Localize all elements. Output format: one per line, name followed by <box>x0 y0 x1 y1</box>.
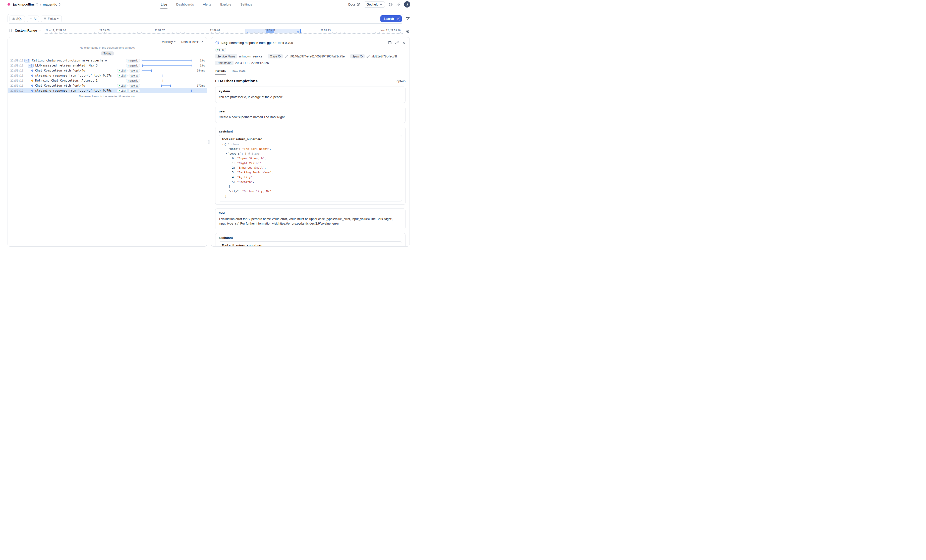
llm-dot-icon <box>119 90 120 91</box>
span-duration-bar <box>142 70 152 71</box>
logfire-logo-icon[interactable] <box>7 3 11 6</box>
log-tag-chip: magentic <box>126 59 140 62</box>
detail-title-prefix: Log: <box>221 41 228 45</box>
external-link-icon <box>357 3 360 6</box>
theme-toggle-button[interactable] <box>389 3 393 6</box>
project-selector[interactable]: magentic <box>43 3 61 6</box>
tab-explore[interactable]: Explore <box>220 0 232 9</box>
timeline-minor-tick <box>297 32 298 33</box>
trace-id-link[interactable] <box>284 55 288 58</box>
ai-label: AI <box>34 17 36 21</box>
org-selector[interactable]: jackmpcollins <box>13 3 38 6</box>
log-row[interactable]: 22:59:12streaming response from 'gpt-4o'… <box>8 88 207 93</box>
tab-settings[interactable]: Settings <box>240 0 252 9</box>
log-detail-panel: Log: streaming response from 'gpt-4o' to… <box>211 37 410 247</box>
timeline-major-tick <box>46 32 46 33</box>
close-detail-button[interactable] <box>402 41 406 44</box>
timeline-minor-tick <box>133 32 134 33</box>
log-message: Chat Completion with 'gpt-4o' <box>35 84 87 87</box>
log-tag-chip: openai <box>129 74 140 77</box>
message-text: 1 validation error for Superhero name Va… <box>219 217 402 226</box>
sql-mode-button[interactable]: SQL <box>9 15 25 22</box>
json-tree: ▾{3 items"name": "The Bark Night",▾"powe… <box>222 142 399 199</box>
app-root: jackmpcollins / magentic Live Dashboards… <box>0 0 413 247</box>
span-child-count: 5 <box>31 64 32 67</box>
section-title: LLM Chat Completions <box>215 79 257 83</box>
json-line: 3: "Barking Sonic Wave", <box>225 171 399 175</box>
default-levels-dropdown[interactable]: Default levels <box>181 40 203 44</box>
share-link-button[interactable] <box>396 3 400 6</box>
tab-details[interactable]: Details <box>215 68 226 75</box>
visibility-dropdown[interactable]: Visibility <box>162 40 176 44</box>
log-row[interactable]: 22:59:10⊟5LLM-assisted retries enabled. … <box>8 63 207 68</box>
log-row[interactable]: 22:59:10⊟6Calling chatprompt-function ma… <box>8 58 207 63</box>
span-instant-tick <box>191 89 192 92</box>
span-id-value[interactable]: #fd81e8f78c4ecc9f <box>371 55 397 58</box>
sun-icon <box>389 3 393 6</box>
timeline-strip[interactable]: Nov 12, 22:59:0322:59:0522:59:0722:59:09… <box>44 27 403 37</box>
span-collapse-badge[interactable]: ⊟5 <box>27 64 34 68</box>
nav-tabs: Live Dashboards Alerts Explore Settings <box>160 0 252 9</box>
timeline-minor-tick <box>184 32 185 33</box>
chip-label: LLM <box>121 69 126 72</box>
panel-resize-handle[interactable] <box>208 140 210 144</box>
span-collapse-badge[interactable]: ⊟6 <box>24 59 30 62</box>
message-card: userCreate a new superhero named The Bar… <box>215 107 406 123</box>
docs-link[interactable]: Docs <box>348 3 360 6</box>
tab-dashboards[interactable]: Dashboards <box>176 0 194 9</box>
trace-id-value[interactable]: #9146a6974e4e6140538043607a71c75e <box>289 55 345 58</box>
log-tag-chip: openai <box>129 89 140 92</box>
timeline-minor-tick <box>145 32 145 33</box>
open-in-table-button[interactable] <box>388 41 392 45</box>
span-child-count: 6 <box>27 59 29 62</box>
json-line: "city": "Gotham City, NY", <box>225 189 399 194</box>
timeline-tick-label: 22:59:13 <box>321 29 331 32</box>
json-collapse-arrow-icon[interactable]: ▾ <box>222 142 224 146</box>
timeline-minor-tick <box>102 32 103 33</box>
json-key: 2 <box>232 166 234 169</box>
service-name-label: Service Name <box>215 54 237 59</box>
model-name: gpt-4o <box>397 80 406 83</box>
zoom-in-button[interactable] <box>406 30 410 34</box>
log-row[interactable]: 22:59:10Chat Completion with 'gpt-4o'LLM… <box>8 68 207 73</box>
fields-button[interactable]: Fields <box>41 15 62 22</box>
timeline-tick-label: Nov 12, 22:59:03 <box>46 29 66 32</box>
filter-button[interactable] <box>406 17 410 21</box>
timeline-minor-tick <box>91 32 91 33</box>
log-timestamp: 22:59:11 <box>10 74 24 77</box>
json-key: "powers" <box>228 152 241 155</box>
chip-label: magentic <box>128 79 138 82</box>
user-avatar[interactable]: J <box>404 1 410 8</box>
log-row[interactable]: 22:59:11streaming response from 'gpt-4o'… <box>8 73 207 78</box>
timeline-minor-tick <box>149 32 150 33</box>
timeline-minor-tick <box>336 32 337 33</box>
trace-id-label: Trace ID <box>268 54 283 59</box>
copy-link-button[interactable] <box>395 41 399 44</box>
tab-alerts[interactable]: Alerts <box>203 0 212 9</box>
timeline-major-tick <box>270 32 271 33</box>
tab-live[interactable]: Live <box>160 0 168 9</box>
today-badge: Today <box>101 51 114 56</box>
time-range-selector[interactable]: Custom Range <box>15 29 41 32</box>
timeline-minor-tick <box>122 32 122 33</box>
json-key: "name" <box>228 147 239 151</box>
fields-label: Fields <box>48 17 56 21</box>
llm-tag-chip: LLM <box>215 48 226 52</box>
timeline-minor-tick <box>325 32 325 33</box>
search-button[interactable]: Search ↵ <box>380 15 402 22</box>
link-icon <box>395 41 399 44</box>
span-waterfall <box>142 63 193 68</box>
ai-mode-button[interactable]: AI <box>27 15 39 22</box>
collapse-sidebar-button[interactable] <box>8 28 12 33</box>
log-row[interactable]: 22:59:11Chat Completion with 'gpt-4o'LLM… <box>8 83 207 88</box>
chip-label: magentic <box>128 59 138 62</box>
log-row[interactable]: 22:59:11Retrying Chat Completion. Attemp… <box>8 78 207 83</box>
tab-raw-data[interactable]: Raw Data <box>232 68 246 75</box>
get-help-button[interactable]: Get help <box>364 2 385 8</box>
chevron-down-icon <box>201 41 203 43</box>
chevron-down-icon <box>380 4 382 5</box>
asterisk-icon <box>12 17 15 20</box>
json-collapse-arrow-icon[interactable]: ▾ <box>226 152 227 155</box>
search-query-input[interactable] <box>64 14 378 23</box>
span-id-link[interactable] <box>366 55 369 58</box>
